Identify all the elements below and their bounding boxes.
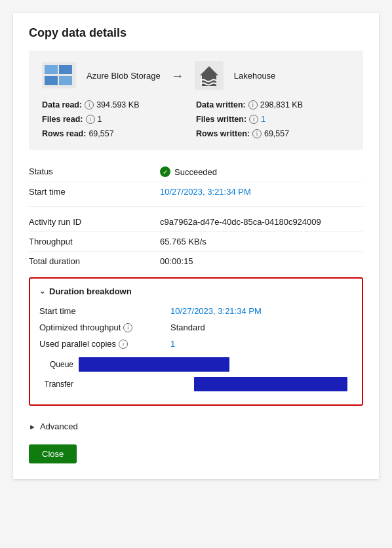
- rows-read-row: Rows read: 69,557: [42, 128, 196, 140]
- breakdown-start-time-label: Start time: [39, 306, 170, 316]
- dest-label: Lakehouse: [234, 71, 276, 81]
- throughput-value: 65.765 KB/s: [160, 237, 363, 246]
- files-written-row: Files written: i 1: [196, 113, 350, 125]
- breakdown-start-time-value: 10/27/2023, 3:21:34 PM: [170, 306, 262, 316]
- files-written-value: 1: [261, 115, 265, 124]
- total-duration-value: 00:00:15: [160, 256, 363, 266]
- queue-bar-fill: [79, 357, 229, 372]
- breakdown-used-parallel-copies-row: Used parallel copies i 1: [39, 336, 353, 352]
- breakdown-header[interactable]: ⌄ Duration breakdown: [39, 286, 353, 296]
- breakdown-header-label: Duration breakdown: [49, 286, 132, 296]
- azure-blob-storage-icon: [42, 62, 76, 88]
- arrow-icon: →: [171, 68, 184, 83]
- start-time-value: 10/27/2023, 3:21:34 PM: [160, 187, 363, 197]
- copy-data-details-panel: Copy data details Azure Blob Storage →: [13, 13, 379, 479]
- rows-written-row: Rows written: i 69,557: [196, 128, 350, 140]
- advanced-row[interactable]: ► Advanced: [29, 415, 363, 438]
- source-label: Azure Blob Storage: [87, 71, 161, 81]
- files-written-label: Files written:: [196, 115, 246, 124]
- breakdown-optimized-throughput-label: Optimized throughput i: [39, 323, 170, 332]
- data-written-label: Data written:: [196, 100, 246, 109]
- breakdown-optimized-throughput-row: Optimized throughput i Standard: [39, 319, 353, 336]
- close-button[interactable]: Close: [29, 444, 77, 463]
- data-read-label: Data read:: [42, 100, 82, 109]
- divider-1: [29, 206, 363, 207]
- transfer-bar-row: Transfer: [39, 377, 353, 391]
- data-written-value: 298,831 KB: [260, 100, 303, 109]
- advanced-label: Advanced: [40, 421, 78, 431]
- breakdown-used-parallel-copies-label: Used parallel copies i: [39, 339, 170, 349]
- svg-rect-2: [59, 65, 72, 74]
- rows-read-label: Rows read:: [42, 129, 86, 138]
- svg-rect-4: [59, 76, 72, 85]
- breakdown-chevron-icon: ⌄: [39, 287, 45, 296]
- activity-run-id-row: Activity run ID c9a7962a-d47e-40dc-85ca-…: [29, 212, 363, 232]
- rows-read-value: 69,557: [88, 129, 113, 138]
- files-read-value: 1: [98, 115, 102, 124]
- transfer-bar-label: Transfer: [39, 380, 79, 389]
- files-read-label: Files read:: [42, 115, 83, 124]
- files-written-info-icon[interactable]: i: [249, 115, 258, 124]
- breakdown-start-time-row: Start time 10/27/2023, 3:21:34 PM: [39, 303, 353, 319]
- data-read-value: 394.593 KB: [96, 100, 139, 109]
- optimized-throughput-info-icon[interactable]: i: [123, 323, 132, 332]
- status-label: Status: [29, 166, 160, 176]
- status-value: ✓ Succeeded: [160, 166, 363, 177]
- breakdown-optimized-throughput-value: Standard: [170, 323, 205, 332]
- duration-breakdown-box: ⌄ Duration breakdown Start time 10/27/20…: [29, 277, 363, 406]
- bar-chart: Queue Transfer: [39, 357, 353, 391]
- data-read-row: Data read: i 394.593 KB: [42, 99, 196, 111]
- queue-bar-track: [79, 357, 353, 372]
- sd-stats: Data read: i 394.593 KB Data written: i …: [42, 99, 350, 140]
- throughput-row: Throughput 65.765 KB/s: [29, 232, 363, 252]
- queue-bar-label: Queue: [39, 360, 79, 369]
- data-written-row: Data written: i 298,831 KB: [196, 99, 350, 111]
- total-duration-label: Total duration: [29, 256, 160, 266]
- check-icon: ✓: [160, 166, 170, 177]
- activity-run-id-label: Activity run ID: [29, 217, 160, 227]
- source-dest-box: Azure Blob Storage → Lakehouse Data read…: [29, 50, 363, 150]
- status-row: Status ✓ Succeeded: [29, 162, 363, 182]
- svg-rect-3: [45, 76, 58, 85]
- rows-written-value: 69,557: [264, 129, 289, 138]
- data-read-info-icon[interactable]: i: [85, 100, 94, 109]
- start-time-row: Start time 10/27/2023, 3:21:34 PM: [29, 182, 363, 201]
- queue-bar-row: Queue: [39, 357, 353, 372]
- lakehouse-icon: [195, 61, 224, 90]
- total-duration-row: Total duration 00:00:15: [29, 252, 363, 271]
- activity-run-id-value: c9a7962a-d47e-40dc-85ca-04180c924009: [160, 217, 363, 227]
- rows-written-label: Rows written:: [196, 129, 250, 138]
- sd-top: Azure Blob Storage → Lakehouse: [42, 61, 350, 90]
- throughput-label: Throughput: [29, 237, 160, 246]
- detail-section: Status ✓ Succeeded Start time 10/27/2023…: [29, 162, 363, 201]
- transfer-bar-fill: [194, 377, 347, 391]
- start-time-label: Start time: [29, 187, 160, 197]
- transfer-bar-track: [79, 377, 353, 391]
- files-read-info-icon[interactable]: i: [86, 115, 95, 124]
- svg-rect-1: [45, 65, 58, 74]
- rows-written-info-icon[interactable]: i: [252, 129, 262, 138]
- used-parallel-copies-info-icon[interactable]: i: [119, 340, 128, 349]
- panel-title: Copy data details: [29, 26, 363, 40]
- detail-section-2: Activity run ID c9a7962a-d47e-40dc-85ca-…: [29, 212, 363, 271]
- data-written-info-icon[interactable]: i: [248, 100, 258, 109]
- breakdown-used-parallel-copies-value: 1: [170, 339, 175, 349]
- advanced-chevron-icon: ►: [29, 423, 36, 431]
- files-read-row: Files read: i 1: [42, 113, 196, 125]
